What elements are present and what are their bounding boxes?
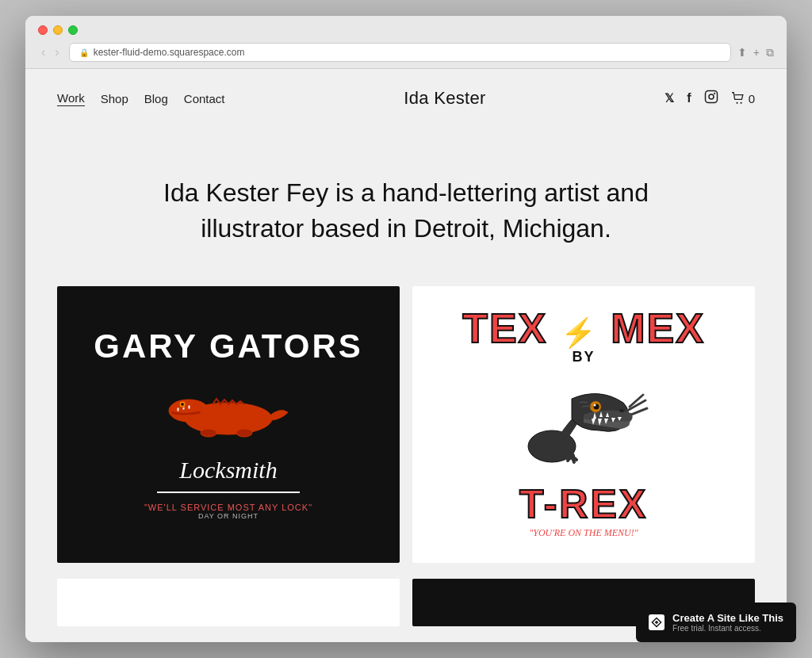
- svg-point-17: [594, 404, 596, 406]
- lock-icon: 🔒: [79, 48, 89, 57]
- svg-point-1: [709, 94, 714, 99]
- svg-point-11: [181, 403, 184, 406]
- url-text: kester-fluid-demo.squarespace.com: [94, 47, 245, 58]
- page-content: Work Shop Blog Contact Ida Kester 𝕏 f: [25, 69, 787, 641]
- svg-point-4: [740, 102, 741, 104]
- gary-underline: [157, 492, 300, 493]
- gary-tagline-sub: DAY OR NIGHT: [198, 512, 259, 520]
- forward-button[interactable]: ›: [52, 44, 62, 61]
- gallery-item-tex-mex[interactable]: TEX ⚡ MEX BY: [412, 286, 755, 563]
- gary-title: GARY GATORS: [94, 328, 363, 365]
- address-bar[interactable]: 🔒 kester-fluid-demo.squarespace.com: [69, 43, 731, 62]
- gary-tagline: "WE'LL SERVICE MOST ANY LOCK": [144, 503, 312, 512]
- browser-window: ‹ › 🔒 kester-fluid-demo.squarespace.com …: [25, 16, 787, 641]
- svg-point-3: [736, 102, 737, 104]
- browser-actions: ⬆ + ⧉: [737, 46, 774, 59]
- nav-item-blog[interactable]: Blog: [144, 92, 168, 105]
- trex-illustration: [462, 367, 705, 481]
- hero-section: Ida Kester Fey is a hand-lettering artis…: [25, 128, 787, 286]
- texmex-trex-text: T-REX: [462, 481, 705, 527]
- social-nav: 𝕏 f 0: [665, 90, 755, 107]
- main-nav: Work Shop Blog Contact: [57, 91, 225, 106]
- svg-point-18: [619, 409, 624, 412]
- svg-rect-0: [705, 91, 717, 103]
- nav-item-work[interactable]: Work: [57, 91, 85, 106]
- share-button[interactable]: ⬆: [737, 46, 747, 59]
- squarespace-badge[interactable]: Create A Site Like This Free trial. Inst…: [636, 603, 796, 642]
- back-button[interactable]: ‹: [38, 44, 48, 61]
- twitter-icon[interactable]: 𝕏: [665, 91, 674, 105]
- nav-buttons: ‹ ›: [38, 44, 63, 61]
- browser-toolbar: ‹ › 🔒 kester-fluid-demo.squarespace.com …: [38, 43, 774, 62]
- gallery-item-gary-gators[interactable]: GARY GATORS: [57, 286, 400, 563]
- site-header: Work Shop Blog Contact Ida Kester 𝕏 f: [25, 69, 787, 128]
- badge-sub: Free trial. Instant access.: [672, 624, 783, 633]
- site-title: Ida Kester: [404, 88, 485, 109]
- svg-point-13: [236, 429, 252, 437]
- svg-rect-9: [188, 405, 190, 409]
- gary-locksmith-text: Locksmith: [179, 457, 277, 484]
- texmex-tagline: "YOU'RE ON THE MENU!": [462, 527, 705, 539]
- nav-item-contact[interactable]: Contact: [184, 92, 225, 105]
- hero-text: Ida Kester Fey is a hand-lettering artis…: [128, 175, 684, 247]
- cart-button[interactable]: 0: [731, 92, 755, 105]
- instagram-icon[interactable]: [704, 90, 718, 107]
- gator-illustration: [165, 379, 292, 446]
- svg-point-2: [714, 94, 714, 94]
- minimize-button[interactable]: [53, 25, 63, 35]
- facebook-icon[interactable]: f: [687, 91, 691, 105]
- svg-point-12: [201, 429, 216, 437]
- texmex-title: TEX ⚡ MEX: [462, 310, 705, 347]
- squarespace-logo-icon: [649, 614, 665, 630]
- new-tab-button[interactable]: +: [753, 46, 760, 59]
- squarespace-badge-text: Create A Site Like This Free trial. Inst…: [672, 612, 783, 633]
- fullscreen-button[interactable]: [68, 25, 78, 35]
- close-button[interactable]: [38, 25, 48, 35]
- svg-rect-7: [177, 407, 179, 411]
- nav-item-shop[interactable]: Shop: [101, 92, 128, 105]
- cart-count: 0: [749, 92, 755, 105]
- badge-cta: Create A Site Like This: [672, 612, 783, 624]
- gallery-item-bottom-left[interactable]: [57, 579, 400, 626]
- traffic-lights: [38, 25, 774, 35]
- duplicate-button[interactable]: ⧉: [766, 46, 774, 59]
- gallery-grid: GARY GATORS: [25, 286, 787, 579]
- browser-chrome: ‹ › 🔒 kester-fluid-demo.squarespace.com …: [25, 16, 787, 69]
